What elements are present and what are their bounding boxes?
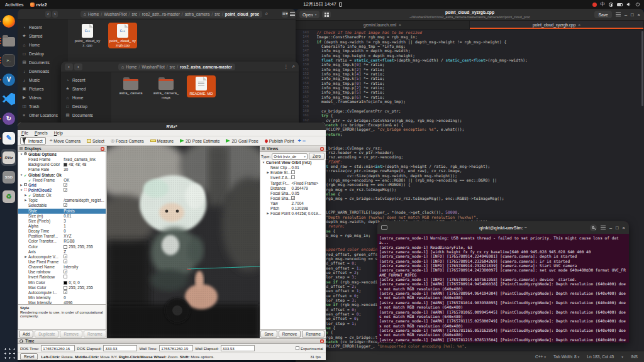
property-value[interactable]: Points: [64, 209, 105, 214]
minimize-button[interactable]: –: [625, 13, 627, 17]
breadcrumb-segment[interactable]: WushanPilot: [142, 65, 164, 69]
input-method-indicator[interactable]: 中: [601, 1, 606, 8]
view-type-dropdown[interactable]: Orbit (rviz_de▾: [272, 153, 308, 160]
property-row[interactable]: ▼✓Global Status: Ok: [18, 173, 106, 178]
property-value[interactable]: 0.364479: [291, 186, 325, 191]
collapse-arrow-icon[interactable]: ▶: [24, 255, 28, 260]
clock-menu[interactable]: 12月15日 14:47: [303, 1, 342, 8]
dock-item-firefox[interactable]: [0, 11, 18, 31]
property-value[interactable]: <Fixed Frame>: [291, 181, 325, 186]
property-value[interactable]: 0.44158; 0.019...: [291, 211, 325, 216]
sidebar-item-recent[interactable]: ◔Recent: [65, 75, 111, 84]
search-icon[interactable]: ⌕: [292, 63, 295, 70]
property-row[interactable]: ▶Autocompute V...✓: [18, 255, 106, 260]
property-value[interactable]: 0.01: [64, 214, 105, 219]
property-row[interactable]: Size (m)0.01: [18, 214, 106, 219]
dock-item-loop[interactable]: ↻: [0, 109, 18, 128]
property-row[interactable]: ✓Fixed FrameOK: [18, 178, 106, 183]
forward-button[interactable]: ›: [52, 11, 58, 18]
property-row[interactable]: Near Clip ...0.01: [260, 165, 325, 170]
property-value[interactable]: 1: [64, 224, 105, 229]
file-item[interactable]: C++point_ cloud_xyz. cpp: [73, 23, 102, 48]
remove-button[interactable]: Remove: [279, 331, 301, 337]
breadcrumb-segment[interactable]: Home: [88, 12, 99, 16]
property-value[interactable]: 255; 255; 255: [64, 244, 105, 250]
property-row[interactable]: ▶Grid✓: [18, 183, 106, 188]
dock-item-files[interactable]: [0, 31, 18, 50]
volume-icon[interactable]: [626, 2, 631, 7]
breadcrumb-segment[interactable]: src: [170, 65, 175, 69]
property-value[interactable]: ✓: [291, 196, 325, 200]
breadcrumb-segment[interactable]: src: [214, 12, 220, 16]
property-row[interactable]: Target Fr...<Fixed Frame>: [260, 181, 325, 186]
menu-help[interactable]: Help: [54, 131, 63, 135]
property-row[interactable]: Invert Z A...: [260, 175, 325, 180]
property-value[interactable]: 48; 48; 48: [64, 162, 105, 167]
forward-button[interactable]: ›: [74, 63, 82, 70]
property-value[interactable]: 0.01: [291, 165, 325, 170]
property-row[interactable]: Pitch0.120398: [260, 206, 325, 211]
displays-panel-header[interactable]: Displays ✕: [18, 146, 106, 152]
property-row[interactable]: Position Transf...XYZ: [18, 234, 106, 239]
close-panel-icon[interactable]: ✕: [320, 339, 324, 343]
checkbox[interactable]: [291, 175, 295, 179]
property-row[interactable]: Use rainbow✓: [18, 270, 106, 275]
checkbox[interactable]: [291, 170, 295, 174]
property-row[interactable]: Channel Nameintensity: [18, 265, 106, 270]
property-row[interactable]: Autocompute I...✓: [18, 290, 106, 295]
property-row[interactable]: ▶Focal Point0.44158; 0.019...: [260, 211, 325, 216]
sidebar-item-starred[interactable]: ★Starred: [65, 84, 111, 93]
breadcrumb[interactable]: ⌂Home/WushanPilot/src/ros2_astr...ra-mas…: [80, 11, 262, 18]
close-panel-icon[interactable]: ✕: [101, 147, 104, 151]
close-tab-icon[interactable]: ×: [578, 23, 580, 27]
tool-pose-estimate[interactable]: 2D Pose Estimate: [177, 137, 222, 145]
sidebar-item-home[interactable]: ⌂Home: [22, 40, 68, 49]
checkbox[interactable]: ✓: [64, 290, 67, 294]
expand-arrow-icon[interactable]: ▼: [19, 188, 23, 193]
close-button[interactable]: ×: [623, 226, 625, 230]
property-value[interactable]: 0.120398: [291, 206, 325, 211]
dock-item-terminal[interactable]: >_: [0, 50, 18, 70]
property-row[interactable]: ▼Global Options: [18, 152, 106, 157]
time-field-value[interactable]: 1765781260.19: [159, 345, 193, 351]
time-panel-header[interactable]: Time ✕: [18, 338, 326, 344]
property-value[interactable]: 4096: [64, 300, 105, 305]
file-item[interactable]: astra_ camera: [116, 75, 145, 97]
view-toggle-button[interactable]: ≣▾: [282, 11, 287, 18]
time-field-value[interactable]: 333.93: [103, 345, 137, 351]
collapse-arrow-icon[interactable]: ▶: [266, 170, 270, 175]
property-value[interactable]: 0; 0; 0: [64, 280, 105, 285]
breadcrumb-segment[interactable]: astra_camera: [185, 12, 210, 16]
property-value[interactable]: Orbit (rviz): [291, 160, 325, 165]
system-tray[interactable]: 中: [342, 1, 644, 8]
property-row[interactable]: Size (Pixels)3: [18, 219, 106, 224]
breadcrumb-segment[interactable]: src: [131, 12, 137, 16]
dock-item-rviz[interactable]: RViz: [0, 148, 18, 167]
property-value[interactable]: 255; 255; 255: [64, 285, 105, 290]
tool-interact[interactable]: Interact: [20, 137, 46, 145]
property-value[interactable]: fixed_camera_link: [64, 157, 105, 162]
property-row[interactable]: Invert Rainbow: [18, 275, 106, 280]
add-tool-button[interactable]: +: [297, 138, 301, 144]
property-row[interactable]: Distance0.364479: [260, 186, 325, 191]
accessibility-icon[interactable]: [609, 3, 613, 7]
collapse-arrow-icon[interactable]: ▶: [24, 198, 28, 203]
editor-tab[interactable]: point_cloud_xyzrgb.cpp×: [470, 21, 644, 29]
checkbox[interactable]: [64, 275, 67, 278]
menu-icon[interactable]: [616, 13, 621, 16]
property-row[interactable]: Focal Sha...0.05: [260, 191, 325, 196]
cursor-position[interactable]: Ln 183, Col 45: [587, 354, 614, 359]
save-button[interactable]: Save: [260, 331, 277, 337]
experimental-checkbox[interactable]: Experimental: [296, 346, 323, 351]
collapse-arrow-icon[interactable]: ▶: [24, 193, 28, 198]
save-button[interactable]: Save: [594, 11, 612, 18]
maximize-button[interactable]: □: [631, 13, 634, 17]
property-value[interactable]: 0.05: [291, 191, 325, 196]
property-value[interactable]: 30: [64, 167, 105, 172]
property-value[interactable]: ✓: [64, 290, 105, 294]
breadcrumb-segment[interactable]: Home: [126, 65, 136, 69]
screen-recorder-icon[interactable]: [592, 3, 597, 7]
sidebar-item-desktop[interactable]: □Desktop: [65, 102, 111, 111]
property-value[interactable]: ✓: [64, 188, 105, 192]
property-value[interactable]: OK: [64, 178, 105, 183]
